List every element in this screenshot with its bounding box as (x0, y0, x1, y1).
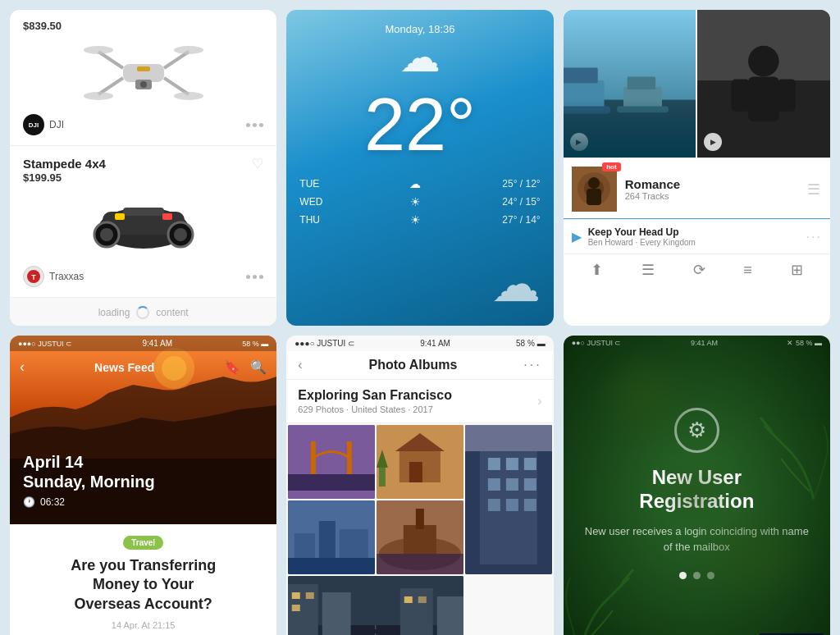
romance-thumb: hot (572, 167, 617, 212)
photos-status-bar: ●●●○ JUSTUI ⊂ 9:41 AM 58 % ▬ (286, 336, 553, 351)
photos-grid (286, 423, 553, 635)
news-body: Travel Are you Transferring Money to You… (10, 524, 276, 635)
weather-temperature: 22° (299, 88, 540, 162)
photos-card: ●●●○ JUSTUI ⊂ 9:41 AM 58 % ▬ ‹ Photo Alb… (286, 336, 553, 635)
svg-text:T: T (31, 273, 36, 281)
ctrl-eq-icon[interactable]: ⊞ (791, 261, 803, 279)
status-time: 9:41 AM (142, 339, 172, 348)
svg-rect-58 (488, 458, 500, 470)
svg-rect-19 (115, 213, 125, 220)
cloud-icon-bottom: ☁ (299, 255, 540, 313)
svg-rect-36 (778, 80, 796, 112)
status-right: 58 % ▬ (242, 340, 268, 348)
svg-rect-72 (288, 558, 375, 574)
rc-car-svg (78, 187, 209, 261)
cloud-icon-top: ☁ (299, 34, 540, 81)
photo-cell-4[interactable] (288, 500, 375, 574)
album-row[interactable]: Exploring San Francisco 629 Photos · Uni… (286, 380, 553, 423)
forecast-icon-thu: ☀ (410, 213, 421, 226)
svg-rect-90 (418, 596, 427, 603)
register-card: ●●○ JUSTUI ⊂ 9:41 AM ✕ 58 % ▬ ⚙ New User… (564, 336, 830, 635)
heart-icon[interactable]: ♡ (252, 156, 263, 171)
drone-menu[interactable] (246, 123, 263, 127)
svg-rect-25 (564, 80, 605, 112)
svg-point-40 (588, 177, 600, 189)
loading-text: loading (98, 307, 130, 318)
svg-point-33 (748, 46, 779, 77)
svg-rect-81 (322, 592, 351, 635)
music-card: ▶ Country 109 Tracks (564, 10, 830, 326)
news-date-line2: Sunday, Morning (23, 472, 155, 491)
rc-title: Stampede 4x4 (23, 157, 106, 171)
newsfeed-title: News Feed (94, 361, 154, 374)
bookmark-icon[interactable]: 🔖 (224, 359, 240, 375)
photo-cell-6[interactable] (288, 576, 463, 635)
ctrl-queue-icon[interactable]: ☰ (641, 261, 655, 279)
svg-rect-11 (137, 66, 150, 71)
dji-name: DJI (49, 119, 64, 130)
svg-rect-88 (292, 605, 300, 611)
svg-rect-30 (617, 106, 669, 112)
forecast-icon-tue: ☁ (409, 177, 421, 190)
travel-tag[interactable]: Travel (123, 536, 163, 550)
clock-icon: 🕐 (23, 496, 35, 508)
rc-menu[interactable] (246, 275, 263, 279)
content-text: content (156, 307, 188, 318)
forecast-thu: THU ☀ 27° / 14° (299, 211, 540, 229)
forecast-icon-wed: ☀ (410, 195, 421, 208)
weather-forecast: TUE ☁ 25° / 12° WED ☀ 24° / 15° THU ☀ 27… (299, 175, 540, 229)
svg-point-5 (84, 46, 113, 54)
svg-point-6 (174, 46, 203, 54)
photo-cell-5[interactable] (377, 500, 463, 574)
forecast-day-tue: TUE (299, 178, 328, 190)
svg-line-2 (164, 52, 189, 68)
news-headline: Are you Transferring Money to Your Overs… (23, 556, 263, 614)
news-meta: 14 Apr. At 21:15 (23, 620, 263, 630)
svg-line-3 (98, 78, 123, 94)
rc-footer: T Traxxas (23, 266, 263, 287)
forecast-temps-wed: 24° / 15° (502, 196, 540, 208)
reg-status-bar: ●●○ JUSTUI ⊂ 9:41 AM ✕ 58 % ▬ (564, 336, 830, 350)
country-play-btn[interactable]: ▶ (570, 133, 588, 151)
now-playing-icon[interactable]: ▶ (572, 229, 582, 244)
search-icon[interactable]: 🔍 (250, 359, 267, 375)
svg-rect-62 (506, 478, 518, 491)
svg-rect-86 (292, 592, 300, 599)
photos-back-icon[interactable]: ‹ (298, 358, 302, 372)
dji-logo: DJI (23, 114, 44, 135)
svg-point-15 (100, 228, 113, 241)
country-bg: ▶ (564, 10, 696, 158)
weather-card: Monday, 18:36 ☁ 22° TUE ☁ 25° / 12° WED … (286, 10, 553, 326)
drone-footer: DJI DJI (23, 114, 263, 135)
svg-rect-41 (587, 189, 601, 205)
back-arrow-icon[interactable]: ‹ (20, 359, 25, 376)
music-controls: ⬆ ☰ ⟳ ≡ ⊞ (564, 254, 830, 286)
photo-cell-3[interactable] (465, 425, 552, 574)
photos-status-time: 9:41 AM (420, 339, 450, 348)
genre-hiphop[interactable]: ▶ Hip Hop 194 Tracks (697, 10, 830, 158)
ctrl-playlist-icon[interactable]: ≡ (743, 262, 752, 279)
forecast-day-wed: WED (299, 196, 328, 208)
forecast-temps-thu: 27° / 14° (502, 214, 540, 226)
photo-cell-2[interactable] (377, 425, 463, 499)
photo-cell-1[interactable] (288, 425, 375, 499)
shop-item-drone: $839.50 (10, 10, 276, 146)
romance-menu-icon[interactable]: ☰ (807, 180, 822, 199)
romance-name: Romance (625, 177, 799, 191)
svg-rect-83 (437, 596, 463, 635)
np-menu-icon[interactable]: ··· (806, 230, 822, 244)
svg-rect-26 (564, 67, 598, 83)
ctrl-repeat-icon[interactable]: ⟳ (693, 261, 705, 279)
headline-line3: Overseas Account? (74, 596, 212, 612)
svg-line-4 (164, 78, 189, 94)
svg-rect-75 (404, 525, 436, 554)
photos-status-right: 58 % ▬ (516, 339, 546, 348)
reg-status-left: ●●○ JUSTUI ⊂ (572, 339, 622, 347)
photos-menu-icon[interactable]: ··· (523, 358, 541, 372)
genre-country[interactable]: ▶ Country 109 Tracks (564, 10, 696, 158)
ctrl-share-icon[interactable]: ⬆ (591, 261, 603, 279)
forecast-day-thu: THU (299, 214, 328, 226)
svg-point-7 (84, 92, 113, 100)
shop-item-rc: Stampede 4x4 ♡ $199.95 (10, 146, 276, 298)
main-grid: $839.50 (0, 0, 840, 635)
